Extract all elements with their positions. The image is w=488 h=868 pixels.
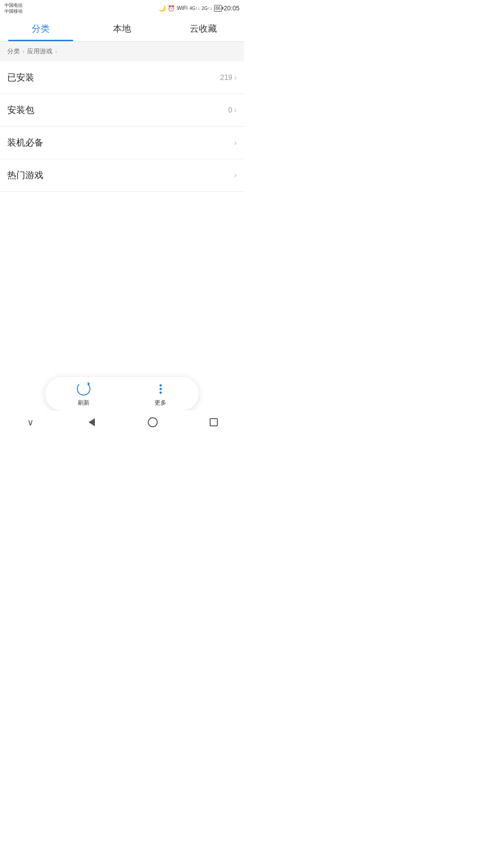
- list-item-right-essential: ›: [234, 138, 237, 147]
- chevron-right-hotgames: ›: [234, 170, 237, 180]
- refresh-icon-container: [75, 381, 92, 397]
- list-item-right-package: 0 ›: [228, 105, 237, 115]
- carrier-info: 中国电信 中国移动: [5, 2, 23, 14]
- list-item-label-essential: 装机必备: [7, 137, 43, 149]
- list-item-right-hotgames: ›: [234, 170, 237, 180]
- nav-home-icon: [148, 417, 158, 427]
- list-item-package[interactable]: 安装包 0 ›: [0, 94, 244, 127]
- status-bar: 中国电信 中国移动 🌙 ⏰ WiFi 4G↑↓ 2G↑↓ 86 20:05: [0, 0, 244, 16]
- signal-4g-icon: 4G↑↓: [189, 6, 200, 11]
- tab-cloud[interactable]: 云收藏: [163, 16, 244, 41]
- nav-back-button[interactable]: [80, 411, 103, 434]
- refresh-button[interactable]: 刷新: [66, 381, 102, 407]
- nav-recents-icon: [210, 418, 218, 426]
- more-icon-container: [152, 381, 169, 397]
- tab-bar: 分类 本地 云收藏: [0, 16, 244, 42]
- more-dots-icon: [160, 384, 162, 394]
- more-button[interactable]: 更多: [142, 381, 178, 407]
- dot-3: [160, 392, 162, 394]
- list-item-count-installed: 219: [220, 74, 232, 82]
- nav-bar: ∨: [0, 410, 244, 434]
- refresh-circle-icon: [77, 382, 90, 396]
- refresh-label: 刷新: [78, 399, 89, 407]
- breadcrumb-root[interactable]: 分类: [7, 47, 20, 56]
- dot-1: [160, 384, 162, 387]
- list-container: 已安装 219 › 安装包 0 › 装机必备 › 热门游戏 ›: [0, 61, 244, 192]
- bottom-toolbar: 刷新 更多: [45, 377, 199, 410]
- list-item-installed[interactable]: 已安装 219 ›: [0, 61, 244, 94]
- dot-2: [160, 388, 162, 390]
- nav-recents-button[interactable]: [202, 411, 225, 434]
- tab-local[interactable]: 本地: [81, 16, 163, 41]
- list-item-count-package: 0: [228, 106, 232, 114]
- chevron-right-package: ›: [234, 105, 237, 115]
- chevron-right-installed: ›: [234, 73, 237, 82]
- status-icons: 🌙 ⏰ WiFi 4G↑↓ 2G↑↓ 86 20:05: [159, 5, 239, 12]
- tab-classify[interactable]: 分类: [0, 16, 81, 41]
- breadcrumb-chevron-1: ›: [23, 48, 24, 55]
- wifi-icon: WiFi: [177, 5, 188, 11]
- list-item-label-installed: 已安装: [7, 71, 34, 84]
- alarm-icon: ⏰: [168, 5, 175, 12]
- more-label: 更多: [155, 399, 166, 407]
- list-item-hotgames[interactable]: 热门游戏 ›: [0, 159, 244, 192]
- clock: 20:05: [224, 5, 239, 12]
- list-item-essential[interactable]: 装机必备 ›: [0, 127, 244, 159]
- moon-icon: 🌙: [159, 5, 166, 12]
- carrier1: 中国电信: [5, 2, 23, 8]
- signal-2g-icon: 2G↑↓: [202, 6, 212, 11]
- breadcrumb-chevron-2: ›: [55, 48, 57, 55]
- nav-down-button[interactable]: ∨: [19, 411, 42, 434]
- chevron-right-essential: ›: [234, 138, 237, 147]
- nav-home-button[interactable]: [141, 411, 164, 434]
- breadcrumb-current[interactable]: 应用游戏: [27, 47, 52, 56]
- nav-down-icon: ∨: [27, 417, 34, 428]
- carrier2: 中国移动: [5, 8, 23, 14]
- breadcrumb: 分类 › 应用游戏 ›: [0, 42, 244, 61]
- list-item-label-hotgames: 热门游戏: [7, 169, 43, 181]
- battery-icon: 86: [214, 5, 222, 12]
- list-item-right-installed: 219 ›: [220, 73, 237, 82]
- list-item-label-package: 安装包: [7, 104, 34, 116]
- nav-back-icon: [89, 418, 95, 426]
